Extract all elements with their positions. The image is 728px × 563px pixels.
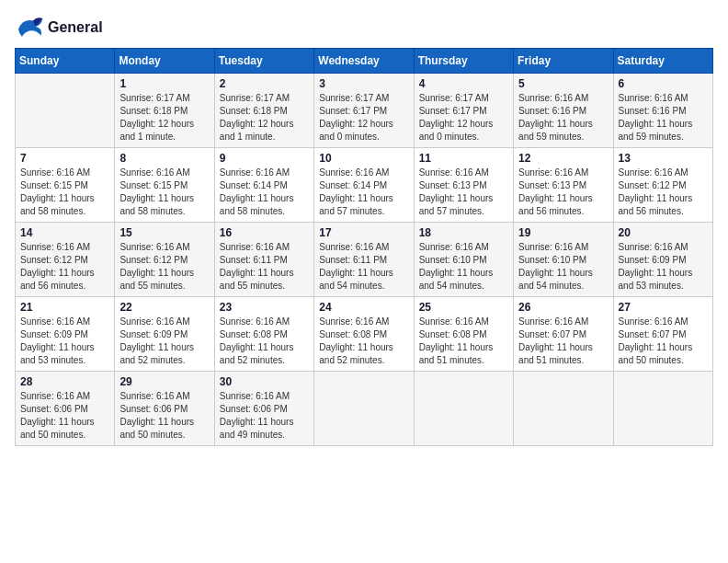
day-info: Sunrise: 6:16 AM Sunset: 6:13 PM Dayligh… [419, 167, 508, 218]
day-number: 24 [319, 301, 408, 314]
calendar-cell: 26Sunrise: 6:16 AM Sunset: 6:07 PM Dayli… [514, 297, 613, 372]
calendar-cell: 3Sunrise: 6:17 AM Sunset: 6:17 PM Daylig… [314, 74, 414, 148]
day-info: Sunrise: 6:16 AM Sunset: 6:12 PM Dayligh… [119, 241, 209, 293]
calendar-cell: 25Sunrise: 6:16 AM Sunset: 6:08 PM Dayli… [414, 297, 513, 372]
day-info: Sunrise: 6:16 AM Sunset: 6:11 PM Dayligh… [220, 241, 309, 293]
day-header-row: SundayMondayTuesdayWednesdayThursdayFrid… [16, 49, 713, 74]
calendar-cell: 11Sunrise: 6:16 AM Sunset: 6:13 PM Dayli… [414, 148, 513, 223]
day-number: 11 [419, 152, 508, 165]
day-info: Sunrise: 6:16 AM Sunset: 6:11 PM Dayligh… [319, 241, 408, 293]
calendar-week-row: 7Sunrise: 6:16 AM Sunset: 6:15 PM Daylig… [16, 148, 713, 223]
day-info: Sunrise: 6:16 AM Sunset: 6:10 PM Dayligh… [419, 241, 508, 293]
calendar-cell [414, 372, 513, 446]
page-header: General [15, 15, 713, 40]
calendar-cell: 29Sunrise: 6:16 AM Sunset: 6:06 PM Dayli… [115, 372, 214, 446]
calendar-cell: 6Sunrise: 6:16 AM Sunset: 6:16 PM Daylig… [613, 74, 712, 148]
day-number: 18 [419, 226, 508, 239]
day-number: 19 [518, 226, 608, 239]
day-info: Sunrise: 6:17 AM Sunset: 6:17 PM Dayligh… [419, 92, 508, 144]
calendar-cell: 22Sunrise: 6:16 AM Sunset: 6:09 PM Dayli… [115, 297, 214, 372]
day-info: Sunrise: 6:16 AM Sunset: 6:07 PM Dayligh… [619, 316, 708, 367]
day-info: Sunrise: 6:17 AM Sunset: 6:18 PM Dayligh… [220, 92, 309, 144]
day-number: 22 [119, 301, 209, 314]
day-number: 16 [220, 226, 309, 239]
calendar-week-row: 1Sunrise: 6:17 AM Sunset: 6:18 PM Daylig… [16, 74, 713, 148]
calendar-body: 1Sunrise: 6:17 AM Sunset: 6:18 PM Daylig… [16, 74, 713, 446]
day-info: Sunrise: 6:16 AM Sunset: 6:06 PM Dayligh… [220, 390, 309, 442]
day-info: Sunrise: 6:16 AM Sunset: 6:15 PM Dayligh… [20, 167, 109, 218]
calendar-cell: 24Sunrise: 6:16 AM Sunset: 6:08 PM Dayli… [314, 297, 414, 372]
day-info: Sunrise: 6:16 AM Sunset: 6:08 PM Dayligh… [319, 316, 408, 367]
day-header-sunday: Sunday [16, 49, 115, 74]
calendar-cell [613, 372, 712, 446]
logo-text: General [48, 18, 103, 36]
day-number: 12 [518, 152, 608, 165]
calendar-cell: 12Sunrise: 6:16 AM Sunset: 6:13 PM Dayli… [514, 148, 613, 223]
day-number: 4 [419, 77, 508, 90]
calendar-cell: 8Sunrise: 6:16 AM Sunset: 6:15 PM Daylig… [115, 148, 214, 223]
calendar-cell: 7Sunrise: 6:16 AM Sunset: 6:15 PM Daylig… [16, 148, 115, 223]
day-info: Sunrise: 6:17 AM Sunset: 6:18 PM Dayligh… [119, 92, 209, 144]
day-info: Sunrise: 6:16 AM Sunset: 6:07 PM Dayligh… [518, 316, 608, 367]
day-header-friday: Friday [514, 49, 613, 74]
calendar-cell: 13Sunrise: 6:16 AM Sunset: 6:12 PM Dayli… [613, 148, 712, 223]
day-info: Sunrise: 6:16 AM Sunset: 6:10 PM Dayligh… [518, 241, 608, 293]
calendar-cell: 17Sunrise: 6:16 AM Sunset: 6:11 PM Dayli… [314, 223, 414, 297]
calendar-cell [514, 372, 613, 446]
day-info: Sunrise: 6:16 AM Sunset: 6:14 PM Dayligh… [220, 167, 309, 218]
day-number: 7 [20, 152, 109, 165]
day-info: Sunrise: 6:16 AM Sunset: 6:16 PM Dayligh… [518, 92, 608, 144]
day-info: Sunrise: 6:16 AM Sunset: 6:16 PM Dayligh… [619, 92, 708, 144]
day-number: 13 [619, 152, 708, 165]
day-number: 20 [619, 226, 708, 239]
day-header-tuesday: Tuesday [214, 49, 313, 74]
calendar-cell: 30Sunrise: 6:16 AM Sunset: 6:06 PM Dayli… [214, 372, 313, 446]
calendar-cell: 4Sunrise: 6:17 AM Sunset: 6:17 PM Daylig… [414, 74, 513, 148]
calendar-cell: 10Sunrise: 6:16 AM Sunset: 6:14 PM Dayli… [314, 148, 414, 223]
day-info: Sunrise: 6:16 AM Sunset: 6:14 PM Dayligh… [319, 167, 408, 218]
day-number: 2 [220, 77, 309, 90]
calendar-cell: 5Sunrise: 6:16 AM Sunset: 6:16 PM Daylig… [514, 74, 613, 148]
day-header-wednesday: Wednesday [314, 49, 414, 74]
calendar-cell: 2Sunrise: 6:17 AM Sunset: 6:18 PM Daylig… [214, 74, 313, 148]
calendar-week-row: 21Sunrise: 6:16 AM Sunset: 6:09 PM Dayli… [16, 297, 713, 372]
logo: General [15, 15, 103, 40]
calendar-cell: 21Sunrise: 6:16 AM Sunset: 6:09 PM Dayli… [16, 297, 115, 372]
day-number: 21 [20, 301, 109, 314]
calendar-cell: 19Sunrise: 6:16 AM Sunset: 6:10 PM Dayli… [514, 223, 613, 297]
day-number: 30 [220, 375, 309, 388]
calendar-week-row: 28Sunrise: 6:16 AM Sunset: 6:06 PM Dayli… [16, 372, 713, 446]
calendar-cell: 20Sunrise: 6:16 AM Sunset: 6:09 PM Dayli… [613, 223, 712, 297]
calendar-cell: 27Sunrise: 6:16 AM Sunset: 6:07 PM Dayli… [613, 297, 712, 372]
day-number: 10 [319, 152, 408, 165]
day-number: 28 [20, 375, 109, 388]
calendar-table: SundayMondayTuesdayWednesdayThursdayFrid… [15, 48, 713, 446]
day-info: Sunrise: 6:16 AM Sunset: 6:08 PM Dayligh… [419, 316, 508, 367]
day-number: 8 [119, 152, 209, 165]
day-info: Sunrise: 6:16 AM Sunset: 6:08 PM Dayligh… [220, 316, 309, 367]
day-info: Sunrise: 6:16 AM Sunset: 6:15 PM Dayligh… [119, 167, 209, 218]
calendar-cell: 18Sunrise: 6:16 AM Sunset: 6:10 PM Dayli… [414, 223, 513, 297]
day-number: 27 [619, 301, 708, 314]
day-number: 23 [220, 301, 309, 314]
calendar-cell: 16Sunrise: 6:16 AM Sunset: 6:11 PM Dayli… [214, 223, 313, 297]
day-number: 1 [119, 77, 209, 90]
day-info: Sunrise: 6:16 AM Sunset: 6:06 PM Dayligh… [119, 390, 209, 442]
day-header-monday: Monday [115, 49, 214, 74]
calendar-cell [314, 372, 414, 446]
calendar-cell [16, 74, 115, 148]
day-info: Sunrise: 6:16 AM Sunset: 6:09 PM Dayligh… [619, 241, 708, 293]
day-info: Sunrise: 6:16 AM Sunset: 6:12 PM Dayligh… [619, 167, 708, 218]
calendar-cell: 23Sunrise: 6:16 AM Sunset: 6:08 PM Dayli… [214, 297, 313, 372]
calendar-cell: 14Sunrise: 6:16 AM Sunset: 6:12 PM Dayli… [16, 223, 115, 297]
calendar-cell: 9Sunrise: 6:16 AM Sunset: 6:14 PM Daylig… [214, 148, 313, 223]
calendar-header: SundayMondayTuesdayWednesdayThursdayFrid… [16, 49, 713, 74]
day-header-saturday: Saturday [613, 49, 712, 74]
calendar-week-row: 14Sunrise: 6:16 AM Sunset: 6:12 PM Dayli… [16, 223, 713, 297]
calendar-cell: 15Sunrise: 6:16 AM Sunset: 6:12 PM Dayli… [115, 223, 214, 297]
day-number: 6 [619, 77, 708, 90]
day-number: 5 [518, 77, 608, 90]
day-info: Sunrise: 6:16 AM Sunset: 6:09 PM Dayligh… [119, 316, 209, 367]
day-number: 14 [20, 226, 109, 239]
day-info: Sunrise: 6:16 AM Sunset: 6:13 PM Dayligh… [518, 167, 608, 218]
